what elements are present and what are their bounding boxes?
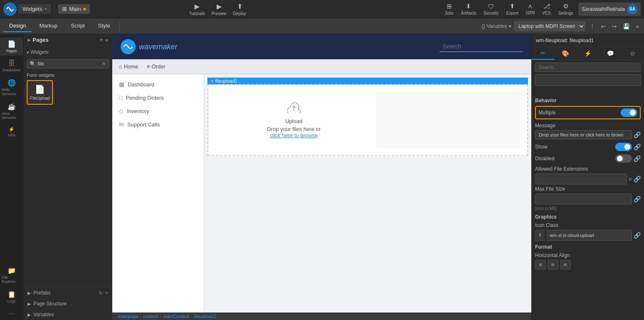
collapse-sidebar-icon[interactable]: « [105,37,108,43]
pages-section-header: ▶ Pages + « [23,34,112,46]
tab-markup[interactable]: Markup [33,20,63,32]
tab-events[interactable]: ⚡ [577,47,599,60]
disabled-link-icon[interactable]: 🔗 [634,155,641,162]
security-label: Security [484,11,499,15]
main-tab[interactable]: ⊞ Main [58,4,90,14]
widget-search-input[interactable] [38,61,100,67]
artifacts-button[interactable]: ⬇ Artifacts [459,2,479,16]
tab-security-panel[interactable]: 💬 [599,47,621,60]
max-size-link-icon[interactable]: 🔗 [634,196,641,202]
page-icon: ⊞ [62,6,67,12]
sidebar-item-support-calls[interactable]: ✉ Support Calls [112,118,204,131]
fileupload-preview [376,92,520,149]
max-size-input[interactable] [535,194,632,204]
app-selector[interactable]: Widgets ▾ [18,4,51,14]
right-panel: wm-fileupload: fileupload1 ✏ 🎨 ⚡ 💬 ⊘ Beh… [531,34,644,320]
variables-button[interactable]: {} Variables ▾ [482,23,511,29]
message-row: 🔗 [535,130,641,139]
align-center-button[interactable]: ≡ [548,260,558,270]
browse-link[interactable]: click here to browse [270,132,318,139]
right-panel-search-input[interactable] [535,63,641,72]
sidebar-item-dashboard[interactable]: ▦ Dashboard [112,78,204,91]
align-left-button[interactable]: ≡ [535,260,546,270]
user-badge[interactable]: SaraswathiRekhala SA [578,3,641,16]
show-link-icon[interactable]: 🔗 [634,144,641,150]
icon-class-input[interactable] [546,230,632,241]
topbar-right: ⊞ Jobs ⬇ Artifacts 🛡 Security ⬆ Export A… [442,2,641,16]
vcs-button[interactable]: ⎇ VCS [540,2,553,16]
tab-styles[interactable]: 🎨 [554,47,577,60]
clear-search-icon[interactable]: ✕ [102,61,106,67]
i18n-button[interactable]: A I18N [523,3,537,16]
sidebar-nav-apis[interactable]: ⚡ APIs [0,124,23,140]
app-chevron-icon: ▾ [45,7,47,11]
breadcrumb-mainpage[interactable]: mainpage [118,314,138,319]
tab-script[interactable]: Script [65,20,91,32]
jobs-button[interactable]: ⊞ Jobs [442,2,456,16]
tab-properties[interactable]: ✏ [532,47,554,60]
screen-size-select[interactable]: Laptop with MDPI Screen [514,21,585,31]
settings-button[interactable]: ⚙ Settings [556,2,576,16]
sidebar-nav-logs[interactable]: 📋 Logs [0,288,23,306]
more-options-icon[interactable]: ⋮ [588,22,597,30]
icon-class-row: ⬆ 🔗 [535,230,641,241]
add-page-icon[interactable]: + [100,37,103,43]
show-row: Show 🔗 [535,143,641,151]
disabled-toggle[interactable] [615,154,632,163]
inventory-icon: ◇ [119,108,124,114]
deploy-label: Deploy [233,11,246,16]
breadcrumb-fileupload1[interactable]: fileupload1 [194,314,216,319]
tab-design[interactable]: Design [3,20,32,32]
variables-item[interactable]: ▶ Variables [23,309,112,320]
tab-style[interactable]: Style [92,20,116,32]
preview-button[interactable]: ▶ Preview [212,3,227,16]
export-button[interactable]: ⬆ Export [504,2,521,16]
tutorials-button[interactable]: ▶ Tutorials [189,3,205,16]
message-input[interactable] [535,130,632,139]
allowed-ext-input[interactable] [535,174,627,184]
page-structure-item[interactable]: ▶ Page Structure [23,298,112,309]
app-logo-section: wavemaker [121,39,177,54]
horizontal-align-buttons: ≡ ≡ ≡ [535,260,641,270]
fileupload-icon: 📄 [35,84,45,94]
sidebar-nav-web-services[interactable]: 🌐 Web Services [0,76,23,98]
sidebar-nav-java-services[interactable]: ☕ Java Services [0,100,23,122]
sidebar-item-inventory[interactable]: ◇ Inventory [112,104,204,118]
save-icon[interactable]: 💾 [621,22,631,30]
sidebar-nav-pages[interactable]: 📄 Pages [0,38,23,55]
breadcrumb-sep3: › [191,314,192,319]
sidebar-nav-more[interactable]: ··· [0,307,23,320]
expand-icon[interactable]: » [634,22,641,30]
widgets-section-arrow: ▾ [27,50,29,55]
pending-orders-icon: □ [119,94,122,101]
undo-icon[interactable]: ↩ [599,22,608,30]
message-link-icon[interactable]: 🔗 [634,131,641,138]
deploy-button[interactable]: ⬆ Deploy [233,3,246,16]
prefabs-item[interactable]: ▶ Prefabs ↻ + [23,287,112,298]
prefabs-add-icon[interactable]: + [105,290,108,296]
multiple-toggle[interactable] [621,108,637,117]
security-button[interactable]: 🛡 Security [481,2,501,16]
fileupload-body[interactable]: Upload Drop your files here or click her… [207,84,528,156]
prefabs-refresh-icon[interactable]: ↻ [98,290,103,296]
sidebar-nav-databases[interactable]: 🗄 Databases [0,57,23,75]
sidebar-nav-file-explorer[interactable]: 📁 File Explorer [0,264,23,286]
breadcrumb-content[interactable]: content [143,314,158,319]
widgets-section-header[interactable]: ▾ Widgets [23,48,112,57]
breadcrumb-maincontent[interactable]: mainContent [163,314,189,319]
redo-icon[interactable]: ↪ [610,22,619,30]
nav-order[interactable]: ≡ Order [147,63,166,70]
sidebar-item-pending-orders[interactable]: □ Pending Orders [112,91,204,104]
fileupload-widget[interactable]: 📄 FileUpload [27,80,53,105]
nav-home[interactable]: ⌂ Home [119,63,139,70]
align-right-button[interactable]: ≡ [560,260,571,270]
max-size-label: Max File Size [535,186,641,192]
tab-docs[interactable]: ⊘ [621,47,644,60]
app-search-input[interactable] [439,41,523,52]
disabled-toggle-slider [615,154,632,163]
allowed-ext-link-icon[interactable]: 🔗 [634,176,641,182]
allowed-ext-list-icon[interactable]: ≡ [629,176,632,182]
show-toggle[interactable] [615,143,632,151]
fileupload-zone[interactable]: Upload Drop your files here or click her… [215,92,373,149]
icon-class-link-icon[interactable]: 🔗 [634,232,641,239]
